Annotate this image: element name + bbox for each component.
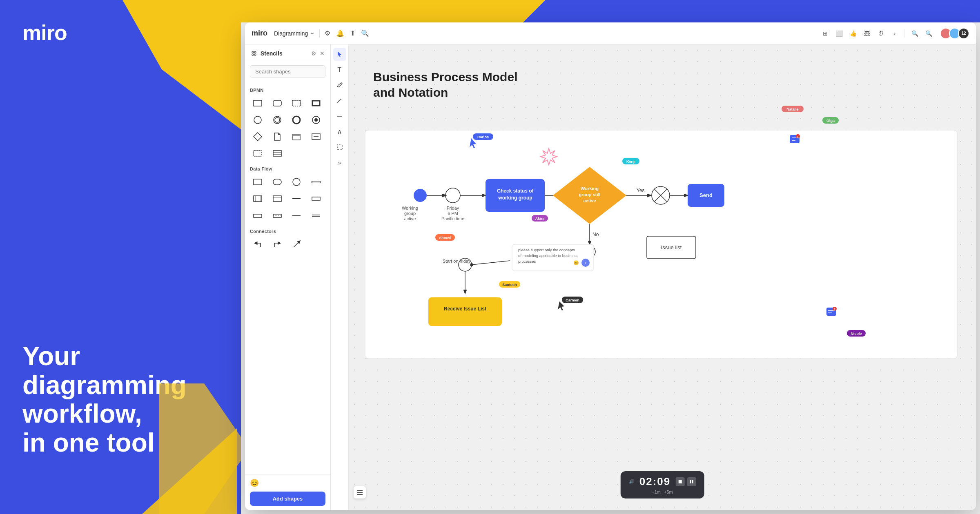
df-shape-sub[interactable]	[270, 191, 285, 206]
timer-controls[interactable]	[675, 477, 696, 486]
label-working-group2: group	[404, 211, 416, 216]
topbar-right: ⊞ ⬜ 👍 🖼 ⏱ › 🔍 🔍 12	[820, 28, 969, 39]
shape-circle[interactable]	[250, 113, 265, 127]
svg-point-8	[254, 116, 261, 124]
cursor-kenji: Kenji	[622, 158, 639, 164]
svg-text:Carmen: Carmen	[566, 298, 579, 302]
canvas-area[interactable]: Business Process Model and Notation	[349, 44, 976, 510]
comment-notification-icon[interactable]: 1	[790, 134, 800, 143]
svg-text:Ahmed: Ahmed	[439, 236, 452, 240]
svg-point-3	[254, 54, 256, 55]
like-icon[interactable]: 👍	[847, 28, 859, 39]
svg-point-13	[314, 118, 318, 122]
timer-icon[interactable]: ⏱	[875, 28, 886, 39]
search-shapes-input[interactable]	[250, 65, 325, 78]
notifications-icon[interactable]: 🔔	[336, 29, 344, 37]
tool-line[interactable]	[333, 110, 346, 123]
filter-icon[interactable]: ⚙	[311, 50, 316, 57]
df-shape-wide[interactable]	[250, 208, 265, 223]
avatar-count[interactable]: 12	[958, 28, 969, 39]
settings-icon[interactable]: ⚙	[325, 29, 330, 37]
tool-crop[interactable]	[333, 141, 346, 154]
stencils-header-controls[interactable]: ⚙ ✕	[311, 50, 325, 57]
shape-dashed-rect[interactable]	[289, 96, 304, 111]
comment-smiley-icon: 😊	[573, 260, 579, 266]
df-shape-circle[interactable]	[289, 175, 304, 189]
svg-marker-14	[254, 133, 262, 141]
cursor-olga: Olga	[822, 117, 839, 124]
df-shape-sub2[interactable]	[270, 208, 285, 223]
canvas-sidebar-toggle[interactable]	[354, 486, 366, 498]
bpmn-start-event[interactable]	[414, 189, 427, 202]
section-label-connectors: Connectors	[250, 229, 325, 234]
image-icon[interactable]: 🖼	[861, 28, 873, 39]
shape-diamond[interactable]	[250, 129, 265, 144]
svg-text:2: 2	[834, 308, 835, 311]
start-friday-label: Start on friday	[443, 259, 471, 264]
topbar-title[interactable]: Diagramming	[274, 30, 314, 37]
shape-thick-circle[interactable]	[289, 113, 304, 127]
comment-bubble-nicole[interactable]: 2	[826, 307, 837, 316]
shape-list[interactable]	[270, 146, 285, 161]
tool-pen[interactable]	[333, 79, 346, 92]
comment-send-icon: ›	[585, 261, 586, 265]
frame-icon[interactable]: ⬜	[833, 28, 845, 39]
canvas-svg: Business Process Model and Notation	[349, 44, 976, 510]
stencils-emoticon[interactable]: 😊	[250, 479, 259, 487]
timer-bar[interactable]: 🔊 02:09 +1m +5m	[621, 471, 704, 498]
close-stencils-icon[interactable]: ✕	[320, 50, 325, 57]
task-check-text2: working group	[498, 195, 532, 201]
timer-pause-btn[interactable]	[687, 477, 696, 486]
topbar-icons[interactable]: ⚙ 🔔 ⬆ 🔍	[325, 29, 369, 37]
cursor-natalie: Natalie	[782, 106, 804, 112]
shape-cylinder[interactable]	[289, 129, 304, 144]
gateway-text2: group still	[579, 192, 600, 197]
df-shape-narrow2[interactable]	[308, 208, 324, 223]
cursor-santosh: Santosh	[499, 281, 520, 288]
shape-diamond-circle[interactable]	[308, 113, 324, 127]
zoom-out-icon[interactable]: 🔍	[923, 28, 934, 39]
connector-bend-right[interactable]	[270, 237, 285, 252]
shape-rect[interactable]	[250, 96, 265, 111]
svg-text:Nicole: Nicole	[851, 332, 862, 336]
dataflow-shapes-grid	[250, 175, 325, 206]
df-shape-narrow[interactable]	[289, 208, 304, 223]
shape-dashed-square[interactable]	[250, 146, 265, 161]
timer-add-5m[interactable]: +5m	[664, 490, 673, 494]
df-shape-rect[interactable]	[250, 175, 265, 189]
df-shape-alt[interactable]	[308, 191, 324, 206]
shape-doc[interactable]	[270, 129, 285, 144]
timer-speaker-icon[interactable]: 🔊	[629, 479, 635, 484]
connector-arrow-up-right[interactable]	[289, 237, 304, 252]
comment-text1: please support only the concepts	[518, 248, 575, 252]
add-shapes-button[interactable]: Add shapes	[250, 492, 325, 506]
df-shape-minus2[interactable]	[289, 191, 304, 206]
cursor-akira: Akira	[532, 215, 548, 222]
zoom-in-icon[interactable]: 🔍	[909, 28, 920, 39]
df-shape-rounded[interactable]	[270, 175, 285, 189]
bpmn-receive-issue[interactable]	[428, 297, 502, 326]
connector-bend-left[interactable]	[250, 237, 265, 252]
timer-add-1m[interactable]: +1m	[652, 490, 661, 494]
shape-rounded-rect[interactable]	[270, 96, 285, 111]
label-friday2: 6 PM	[448, 211, 458, 216]
df-shape-line[interactable]	[308, 175, 324, 189]
tool-text[interactable]: T	[333, 63, 346, 76]
svg-rect-29	[254, 196, 262, 202]
tool-caret[interactable]: ∧	[333, 125, 346, 138]
shape-minus-rect[interactable]	[308, 129, 324, 144]
shape-thick-rect[interactable]	[308, 96, 324, 111]
table-icon[interactable]: ⊞	[820, 28, 831, 39]
tool-more-chevron[interactable]: »	[333, 156, 346, 169]
svg-rect-32	[273, 196, 281, 202]
svg-rect-24	[273, 179, 281, 185]
diagram-title-line2: and Notation	[373, 86, 448, 99]
tool-pencil[interactable]	[333, 94, 346, 107]
timer-stop-btn[interactable]	[675, 477, 684, 486]
tool-cursor[interactable]	[333, 48, 346, 61]
upload-icon[interactable]: ⬆	[350, 29, 355, 37]
shape-double-circle[interactable]	[270, 113, 285, 127]
search-icon[interactable]: 🔍	[361, 29, 369, 37]
more-icon[interactable]: ›	[889, 28, 900, 39]
df-shape-proc[interactable]	[250, 191, 265, 206]
